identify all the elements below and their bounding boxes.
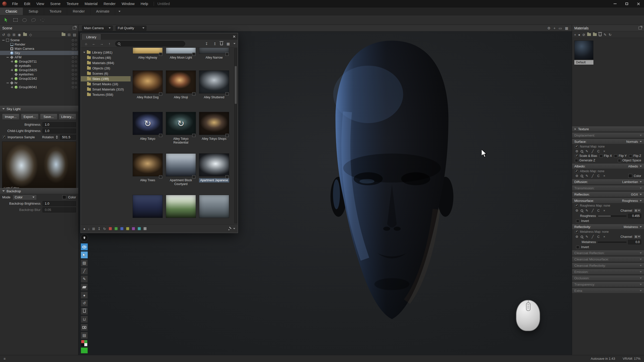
- library-scrollbar[interactable]: [234, 48, 237, 223]
- menu-material[interactable]: Material: [82, 0, 101, 8]
- clear-material-icon[interactable]: ⊘: [582, 33, 585, 36]
- tree-item-render[interactable]: Render: [0, 42, 78, 47]
- sky-thumbnail[interactable]: [133, 195, 163, 218]
- sky-thumbnail[interactable]: [166, 153, 196, 176]
- item-checkbox[interactable]: [192, 53, 195, 56]
- tab-texture[interactable]: Texture: [44, 8, 67, 15]
- forward-icon[interactable]: →: [99, 41, 105, 47]
- green-swatch[interactable]: [84, 340, 87, 343]
- flip-z-checkbox[interactable]: [629, 154, 632, 158]
- gear-icon[interactable]: ⚙: [575, 235, 579, 239]
- sky-thumbnail[interactable]: [133, 70, 163, 94]
- item-checkbox[interactable]: [192, 175, 195, 178]
- refresh-material-icon[interactable]: ↻: [609, 33, 612, 36]
- clearcoat-microsurface-header[interactable]: Clearcoat Microsurface:: [572, 257, 644, 262]
- albedo-mode-select[interactable]: Albedo: [628, 165, 642, 168]
- sky-thumbnail[interactable]: [133, 48, 163, 54]
- sky-thumbnail[interactable]: [199, 48, 229, 54]
- viewport-settings-gear-icon[interactable]: ⚙: [547, 26, 551, 30]
- folder-skies[interactable]: Skies (199): [81, 76, 131, 81]
- visibility-toggle[interactable]: [75, 82, 77, 84]
- gear-icon[interactable]: ⚙: [575, 149, 579, 153]
- sky-thumbnail[interactable]: [199, 153, 229, 176]
- maximize-icon[interactable]: [621, 0, 632, 8]
- sky-thumbnail[interactable]: [199, 70, 229, 94]
- collapse-icon[interactable]: [6, 56, 9, 59]
- menu-texture[interactable]: Texture: [64, 0, 82, 8]
- image-button[interactable]: Image...: [2, 114, 19, 120]
- visibility-toggle[interactable]: [75, 56, 77, 58]
- folder-smart-materials[interactable]: Smart Materials (310): [81, 87, 131, 92]
- flip-x-checkbox[interactable]: [599, 154, 603, 158]
- normal-map-checkbox[interactable]: [575, 145, 578, 148]
- expand-icon[interactable]: [11, 77, 13, 80]
- tree-item-group32342[interactable]: Group32342: [0, 76, 78, 81]
- sky-thumbnail[interactable]: [199, 112, 229, 135]
- gear-icon[interactable]: ⚙: [575, 209, 579, 212]
- library-item[interactable]: Alley Robot Dog: [133, 70, 163, 100]
- metalness-map-checkbox[interactable]: [575, 230, 578, 234]
- poly-lasso-button[interactable]: [39, 17, 46, 24]
- tag-green[interactable]: [114, 227, 118, 230]
- capture-tool-button[interactable]: [81, 324, 88, 331]
- minimize-icon[interactable]: [609, 0, 621, 8]
- tree-item-sky[interactable]: Sky: [0, 51, 78, 55]
- export-button[interactable]: Export...: [21, 114, 38, 120]
- pencil-icon[interactable]: ╱: [591, 174, 595, 178]
- clearcoat-reflectivity-header[interactable]: Clearcoat Reflectivity:: [572, 263, 644, 268]
- item-checkbox[interactable]: [192, 92, 195, 96]
- back-icon[interactable]: ←: [91, 41, 97, 47]
- tag-olive[interactable]: [126, 227, 129, 230]
- library-item[interactable]: ↻ Alley Tokyo Residential: [166, 112, 196, 145]
- up-folder-icon[interactable]: ↑: [106, 41, 112, 47]
- download-icon[interactable]: ↓: [88, 227, 90, 231]
- menu-scene[interactable]: Scene: [47, 0, 64, 8]
- tab-classic[interactable]: Classic: [0, 8, 23, 15]
- scale-bias-checkbox[interactable]: [575, 154, 578, 158]
- popout-panel-icon[interactable]: [638, 27, 642, 29]
- library-item[interactable]: ↻ Alley Tokyo: [133, 112, 163, 145]
- visibility-toggle[interactable]: [75, 43, 77, 46]
- arrow-down-icon[interactable]: ↧: [98, 227, 101, 231]
- status-menu-icon[interactable]: ≡: [4, 357, 6, 360]
- library-button[interactable]: Library...: [59, 114, 76, 120]
- marquee-ellipse-button[interactable]: [21, 17, 28, 24]
- lock-toggle[interactable]: [72, 48, 74, 50]
- marquee-rect-button[interactable]: [12, 17, 19, 24]
- reflection-header[interactable]: Reflection: GGX: [572, 192, 644, 197]
- importance-sample-checkbox[interactable]: [2, 135, 6, 139]
- library-item[interactable]: [133, 195, 163, 218]
- visibility-toggle[interactable]: [75, 69, 77, 71]
- folder-objects[interactable]: Objects (28): [81, 66, 131, 71]
- white-swatch[interactable]: [84, 343, 87, 346]
- copy-icon[interactable]: C: [596, 149, 600, 153]
- item-checkbox[interactable]: [159, 53, 162, 56]
- menu-view[interactable]: View: [33, 0, 47, 8]
- reflectivity-mode-select[interactable]: Metalness: [624, 225, 642, 229]
- visibility-tool-button[interactable]: [81, 243, 88, 250]
- clear-icon[interactable]: ×: [602, 149, 606, 153]
- expand-icon[interactable]: [11, 69, 13, 71]
- paint-material-icon[interactable]: ✎: [603, 33, 607, 36]
- clear-icon[interactable]: ×: [602, 235, 606, 239]
- view-options-icon[interactable]: ▦: [225, 41, 231, 47]
- brush-tool-button[interactable]: ╱: [81, 267, 88, 275]
- lock-toggle[interactable]: [72, 52, 74, 54]
- tab-overflow-button[interactable]: [115, 8, 124, 15]
- displacement-header[interactable]: Displacement:: [572, 133, 644, 138]
- library-search[interactable]: [115, 41, 185, 47]
- lock-toggle[interactable]: [72, 56, 74, 58]
- tag-purple[interactable]: [132, 227, 135, 230]
- sky-light-header[interactable]: Sky Light: [0, 106, 78, 112]
- albedo-map-checkbox[interactable]: [575, 170, 578, 173]
- dot-tool-button[interactable]: ●: [81, 292, 88, 299]
- albedo-header[interactable]: Albedo: Albedo: [572, 164, 644, 169]
- transmission-header[interactable]: Transmission:: [572, 186, 644, 191]
- visibility-toggle[interactable]: [75, 65, 77, 67]
- item-checkbox[interactable]: [159, 175, 162, 178]
- tree-item-afm[interactable]: AFM: [0, 55, 78, 59]
- rotation-stepper[interactable]: [56, 135, 58, 139]
- visibility-toggle[interactable]: [75, 73, 77, 75]
- item-checkbox[interactable]: [225, 134, 229, 137]
- item-checkbox[interactable]: [159, 134, 162, 137]
